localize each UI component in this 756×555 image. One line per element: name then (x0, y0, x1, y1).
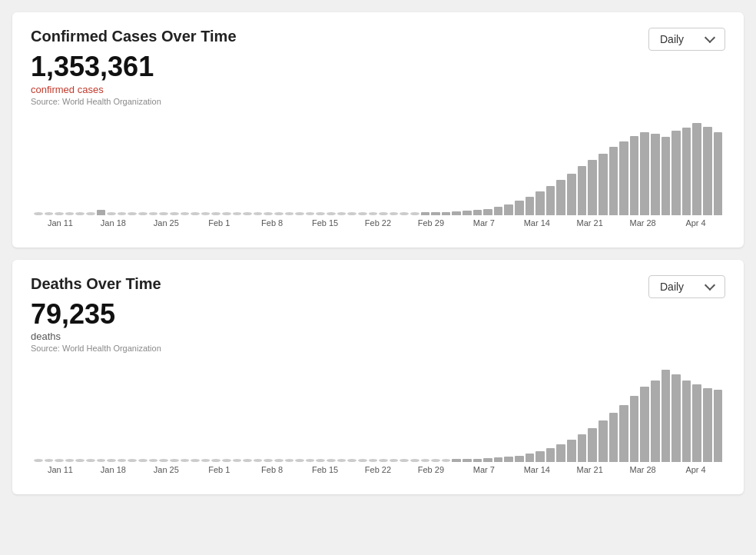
bar (421, 212, 430, 215)
bar (504, 457, 513, 462)
x-axis-label: Jan 11 (34, 218, 87, 228)
x-axis-label: Mar 21 (563, 218, 616, 228)
bar (285, 212, 294, 215)
bar (222, 212, 231, 215)
bar (390, 212, 399, 215)
x-axis-label: Feb 22 (352, 218, 405, 228)
x-axis-label: Mar 28 (616, 218, 669, 228)
confirmed-chevron-icon (705, 32, 715, 43)
bar (598, 420, 608, 462)
bar (671, 374, 681, 462)
x-axis-label: Jan 11 (34, 465, 87, 474)
bar (494, 457, 503, 462)
confirmed-header: Confirmed Cases Over Time 1,353,361 conf… (31, 28, 725, 112)
bar (118, 212, 127, 215)
bar (264, 212, 273, 215)
bar (556, 180, 565, 215)
bar (483, 458, 492, 462)
bar (526, 454, 535, 462)
x-axis-label: Feb 29 (404, 465, 457, 474)
x-axis-label: Feb 15 (299, 218, 352, 228)
bar (546, 186, 555, 215)
bar (400, 212, 409, 215)
bar (201, 212, 211, 215)
x-axis-label: Mar 21 (563, 465, 616, 474)
deaths-chart: Jan 11Jan 18Jan 25Feb 1Feb 8Feb 15Feb 22… (31, 362, 725, 485)
bar (170, 212, 179, 215)
deaths-header: Deaths Over Time 79,235 deaths Source: W… (31, 275, 725, 360)
bar (504, 204, 513, 215)
confirmed-bars (31, 115, 725, 215)
confirmed-title: Confirmed Cases Over Time (31, 28, 237, 45)
bar (588, 160, 597, 215)
bar (619, 405, 628, 462)
x-axis-label: Feb 8 (246, 465, 299, 474)
bar (452, 211, 461, 215)
bar (526, 197, 535, 215)
deaths-chevron-icon (705, 280, 715, 291)
bar (515, 201, 524, 215)
bar (86, 212, 95, 215)
bar (191, 212, 200, 215)
deaths-card: Deaths Over Time 79,235 deaths Source: W… (12, 260, 744, 495)
deaths-dropdown[interactable]: Daily (648, 275, 725, 298)
confirmed-source: Source: World Health Organization (31, 97, 237, 106)
bar (651, 134, 660, 215)
x-axis-label: Feb 29 (404, 218, 457, 228)
bar (181, 212, 190, 215)
x-axis-label: Jan 18 (87, 218, 140, 228)
bar (211, 212, 220, 215)
bar (682, 381, 691, 462)
bar (254, 212, 263, 215)
bar (347, 212, 356, 215)
confirmed-dropdown[interactable]: Daily (648, 28, 725, 51)
deaths-title: Deaths Over Time (31, 275, 161, 293)
bar (692, 384, 701, 462)
bar (159, 212, 168, 215)
bar (662, 137, 671, 215)
bar (536, 191, 545, 215)
bar (640, 132, 649, 215)
bar (463, 211, 472, 215)
x-axis-label: Mar 14 (510, 218, 563, 228)
x-axis-label: Mar 28 (616, 465, 669, 474)
bar (609, 147, 618, 215)
bar (609, 413, 618, 462)
confirmed-title-group: Confirmed Cases Over Time 1,353,361 conf… (31, 28, 237, 112)
bar (295, 212, 304, 215)
x-axis-label: Jan 25 (140, 218, 193, 228)
bar (337, 212, 346, 215)
bar (714, 132, 723, 215)
bar (243, 212, 252, 215)
confirmed-sub-label: confirmed cases (31, 84, 237, 95)
deaths-big-number: 79,235 (31, 299, 161, 330)
bar (442, 212, 451, 215)
bar (651, 381, 660, 462)
bar (97, 210, 106, 215)
bar (598, 154, 608, 215)
bar (567, 440, 576, 462)
bar (149, 212, 158, 215)
bar (671, 131, 681, 215)
bar (578, 434, 587, 462)
x-axis-label: Jan 18 (87, 465, 140, 474)
bar (567, 174, 576, 215)
bar (75, 212, 85, 215)
confirmed-x-axis: Jan 11Jan 18Jan 25Feb 1Feb 8Feb 15Feb 22… (31, 215, 725, 228)
x-axis-label: Feb 15 (299, 465, 352, 474)
bar (703, 127, 712, 215)
bar (473, 459, 482, 462)
bar (703, 388, 712, 462)
bar (369, 212, 378, 215)
bar (556, 444, 565, 462)
deaths-bars (31, 362, 725, 462)
bar (452, 459, 461, 462)
confirmed-cases-card: Confirmed Cases Over Time 1,353,361 conf… (12, 12, 744, 248)
bar (662, 370, 671, 462)
deaths-dropdown-label: Daily (660, 281, 684, 293)
bar (682, 128, 691, 215)
bar (274, 212, 284, 215)
x-axis-label: Feb 22 (352, 465, 405, 474)
bar (619, 141, 628, 215)
bar (306, 212, 315, 215)
